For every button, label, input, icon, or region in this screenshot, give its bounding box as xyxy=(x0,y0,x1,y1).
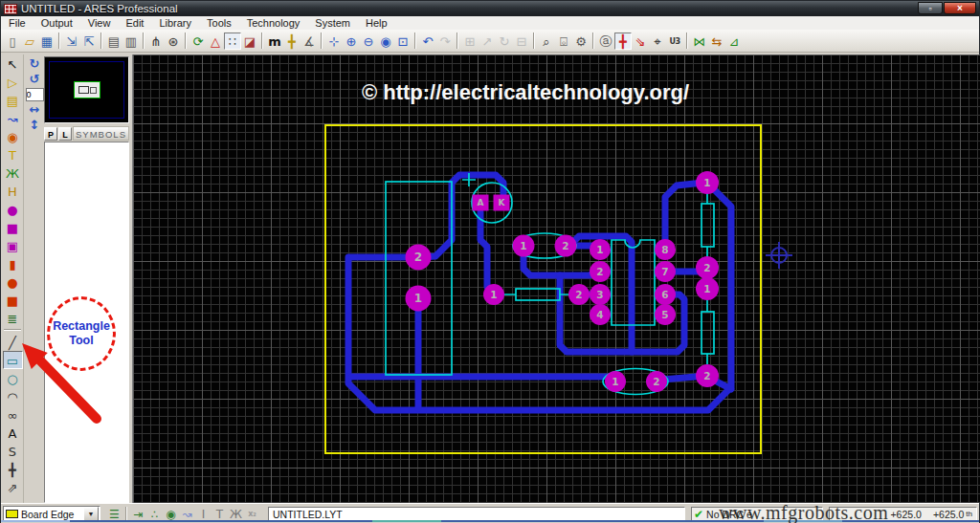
close-button[interactable]: × xyxy=(944,2,976,14)
pad-label: 1 xyxy=(596,244,603,255)
copper-trace[interactable] xyxy=(420,175,503,257)
open-layout-button[interactable]: ▱ xyxy=(21,33,38,50)
rotate-anticlockwise[interactable]: ↺ xyxy=(26,72,43,87)
angle-input[interactable] xyxy=(26,88,44,101)
backannotate-button[interactable]: ⊛ xyxy=(165,33,182,50)
copper-trace[interactable] xyxy=(665,183,703,248)
via-mode[interactable]: ◉ xyxy=(3,127,23,145)
component-mode[interactable]: ▷ xyxy=(3,73,23,91)
selection-tool[interactable]: ↖ xyxy=(3,54,23,73)
pad-label: 2 xyxy=(703,262,710,273)
square-pad[interactable]: ■ xyxy=(3,218,23,236)
round-pad[interactable]: ● xyxy=(3,200,23,218)
package-mode[interactable]: ▤ xyxy=(3,91,23,109)
copper-trace[interactable] xyxy=(480,212,493,293)
component-renumber-button[interactable]: U3 xyxy=(666,33,683,50)
horizontal-mirror[interactable]: ↔ xyxy=(26,102,43,118)
zoom-in-button[interactable]: ⊕ xyxy=(343,33,360,50)
import-section-button[interactable]: ⇲ xyxy=(63,33,80,50)
symbol-tool[interactable]: S xyxy=(3,442,23,460)
block-rotate-button[interactable]: ↻ xyxy=(496,33,513,50)
symbols-header: P L SYMBOLS xyxy=(44,125,129,142)
block-delete-button[interactable]: ⊟ xyxy=(513,33,530,50)
rotate-clockwise[interactable]: ↻ xyxy=(26,56,43,72)
window-bottom-edge xyxy=(1,520,979,522)
copper-trace[interactable] xyxy=(352,377,615,381)
circular-smd-pad[interactable]: ● xyxy=(3,272,23,291)
layer-selector-dropdown[interactable]: ▼ xyxy=(83,507,99,521)
silkscreen-outline[interactable] xyxy=(702,204,714,247)
polar-cursor-button[interactable]: ∡ xyxy=(301,33,318,50)
new-layout-button[interactable]: ▯ xyxy=(4,33,21,50)
silkscreen-outline[interactable] xyxy=(516,289,560,300)
false-origin-button[interactable]: ╋ xyxy=(283,33,301,50)
design-overview[interactable] xyxy=(44,56,129,123)
menu-technology[interactable]: Technology xyxy=(239,16,308,30)
ratsnest-mode[interactable]: Ж xyxy=(3,163,23,182)
trace-angle-lock-button[interactable]: ╋ xyxy=(614,33,632,50)
vertical-mirror[interactable]: ↕ xyxy=(26,118,43,133)
rectangle-tool[interactable]: ▭ xyxy=(3,351,23,369)
padstack[interactable]: ≣ xyxy=(3,309,23,327)
zoom-all-button[interactable]: ◉ xyxy=(377,33,394,50)
toolbar-separator xyxy=(592,33,594,49)
edge-pad[interactable]: ▮ xyxy=(3,254,23,272)
graph-generator-button[interactable]: ⊿ xyxy=(725,33,743,50)
rect-smd-pad[interactable]: ■ xyxy=(3,291,23,309)
menu-help[interactable]: Help xyxy=(358,16,395,30)
line-tool[interactable]: ╱ xyxy=(3,333,23,351)
redo-button[interactable]: ↷ xyxy=(436,33,454,50)
dil-pad[interactable]: ▣ xyxy=(3,236,23,254)
make-package-button[interactable]: ⌺ xyxy=(555,33,572,50)
undo-button[interactable]: ↶ xyxy=(419,33,436,50)
save-layout-button[interactable]: ▦ xyxy=(38,33,56,50)
menu-output[interactable]: Output xyxy=(33,16,80,30)
pad-label: 2 xyxy=(414,251,422,264)
toolbar-separator xyxy=(185,33,187,49)
block-move-button[interactable]: ↗ xyxy=(479,33,496,50)
auto-track-necking-button[interactable]: ⇘ xyxy=(632,33,649,50)
zoom-out-button[interactable]: ⊖ xyxy=(360,33,377,50)
zone-mode[interactable]: T xyxy=(3,145,23,163)
title-bar[interactable]: UNTITLED - ARES Professional ▫ × xyxy=(1,1,979,16)
set-output-area-button[interactable]: ▥ xyxy=(122,33,140,50)
closed-path-tool[interactable]: ∞ xyxy=(3,405,23,424)
netlist-import-button[interactable]: ⋔ xyxy=(147,33,165,50)
redraw-button[interactable]: ⟳ xyxy=(189,33,207,50)
circle-tool[interactable]: ○ xyxy=(3,369,23,387)
pan-button[interactable]: ⊹ xyxy=(325,33,343,50)
zoom-area-button[interactable]: ⊡ xyxy=(394,33,412,50)
auto-router-button[interactable]: ⇆ xyxy=(708,33,725,50)
library-button[interactable]: L xyxy=(58,127,72,141)
marker-tool[interactable]: ╋ xyxy=(3,460,23,478)
pick-button[interactable]: P xyxy=(44,127,57,141)
silkscreen-outline[interactable] xyxy=(702,312,714,354)
dimension-tool[interactable]: ⇗ xyxy=(3,478,23,496)
design-rule-check-button[interactable]: △ xyxy=(207,33,224,50)
track-mode[interactable]: ↝ xyxy=(3,109,23,127)
pcb-editor[interactable]: 21AK121212348765121212© http://electrica… xyxy=(132,54,980,503)
search-and-tag-button[interactable]: ⌖ xyxy=(649,33,666,50)
copyright-text[interactable]: © http://electricaltechnology.org/ xyxy=(362,80,689,104)
arc-tool[interactable]: ◠ xyxy=(3,387,23,405)
pick-packages-button[interactable]: ⌕ xyxy=(538,33,555,50)
pcb-canvas[interactable]: 21AK121212348765121212© http://electrica… xyxy=(133,54,980,503)
connectivity-highlight[interactable]: H xyxy=(3,182,23,200)
ratsnest-recalculate-button[interactable]: ⋈ xyxy=(691,33,708,50)
restore-button[interactable]: ▫ xyxy=(918,2,943,14)
flip-board-button[interactable]: ◪ xyxy=(241,33,258,50)
auto-name-generator-button[interactable]: ⓐ xyxy=(597,33,614,50)
menu-edit[interactable]: Edit xyxy=(118,16,151,30)
print-layout-button[interactable]: ▤ xyxy=(105,33,122,50)
toggle-grid-button[interactable]: ∷ xyxy=(224,33,241,50)
menu-library[interactable]: Library xyxy=(151,16,199,30)
export-section-button[interactable]: ⇱ xyxy=(80,33,98,50)
menu-view[interactable]: View xyxy=(80,16,119,30)
block-copy-button[interactable]: ⊞ xyxy=(461,33,479,50)
verify-packaging-button[interactable]: ⚙ xyxy=(572,33,590,50)
menu-tools[interactable]: Tools xyxy=(199,16,239,30)
menu-system[interactable]: System xyxy=(307,16,358,30)
text-tool[interactable]: A xyxy=(3,424,23,442)
metric-toggle-button[interactable]: m xyxy=(266,33,283,50)
menu-file[interactable]: File xyxy=(1,16,33,30)
